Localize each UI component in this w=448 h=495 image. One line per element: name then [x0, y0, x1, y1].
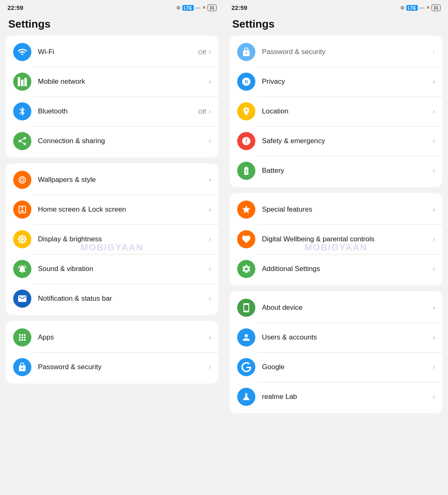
password-security-icon-circle [13, 358, 31, 376]
card-privacy-safety: Password & security › Privacy › Lo [230, 35, 442, 187]
status-icons-right: ⚙ LTE — ✕ 31 [400, 5, 441, 11]
users-accounts-chevron: › [433, 334, 435, 341]
settings-item-users-accounts[interactable]: Users & accounts › [230, 323, 442, 352]
connection-sharing-icon-circle [13, 132, 31, 150]
users-accounts-icon-circle [237, 328, 255, 346]
settings-item-privacy[interactable]: Privacy › [230, 67, 442, 97]
settings-item-password-security[interactable]: Password & security › [6, 352, 218, 382]
realme-lab-chevron: › [433, 393, 435, 401]
password-security-label: Password & security [38, 363, 209, 371]
settings-list-right: Password & security › Privacy › Lo [224, 35, 448, 495]
about-device-icon-circle [237, 299, 255, 317]
realme-lab-label: realme Lab [262, 393, 433, 401]
location-chevron: › [433, 108, 435, 115]
bluetooth-label: Bluetooth [38, 107, 198, 116]
additional-settings-label: Additional Settings [262, 265, 433, 273]
settings-item-wifi[interactable]: Wi-Fi Off › [6, 37, 218, 67]
location-icon-circle [237, 102, 255, 120]
settings-item-sound[interactable]: Sound & vibration › [6, 254, 218, 284]
safety-emergency-icon-circle [237, 132, 255, 150]
gear-icon-right: ⚙ [400, 5, 405, 11]
privacy-icon [241, 77, 251, 87]
display-brightness-icon [17, 234, 27, 244]
notification-icon [17, 294, 27, 304]
settings-item-apps[interactable]: Apps › [6, 323, 218, 352]
settings-item-digital-wellbeing[interactable]: Digital Wellbeing & parental controls › [230, 224, 442, 254]
location-label: Location [262, 107, 433, 116]
display-brightness-chevron: › [209, 236, 211, 243]
dash-icon-right: — [420, 5, 424, 11]
connection-sharing-chevron: › [209, 137, 211, 145]
card-features: Special features › Digital Wellbeing & p… [230, 193, 442, 285]
privacy-icon-circle [237, 73, 255, 91]
apps-icon-circle [13, 328, 31, 346]
sound-icon [17, 264, 27, 274]
right-panel: MOBIGYAAN 22:59 ⚙ LTE — ✕ 31 Settings [224, 0, 448, 495]
location-icon [241, 106, 251, 116]
battery-x-icon: ✕ [202, 5, 206, 10]
home-screen-icon [17, 205, 27, 214]
additional-settings-chevron: › [433, 265, 435, 273]
special-features-chevron: › [433, 206, 435, 213]
page-title-left: Settings [0, 14, 224, 35]
settings-item-special-features[interactable]: Special features › [230, 195, 442, 224]
wifi-icon-circle [13, 43, 31, 61]
connection-sharing-icon [17, 136, 27, 146]
settings-item-about-device[interactable]: About device › [230, 293, 442, 323]
signal-icon-right: LTE [406, 5, 418, 11]
settings-item-password-security-top[interactable]: Password & security › [230, 37, 442, 67]
sound-label: Sound & vibration [38, 265, 209, 273]
settings-item-mobile-network[interactable]: Mobile network › [6, 67, 218, 97]
settings-item-realme-lab[interactable]: realme Lab › [230, 382, 442, 412]
additional-settings-icon-circle [237, 260, 255, 278]
wifi-label: Wi-Fi [38, 48, 198, 56]
password-security-chevron: › [209, 363, 211, 371]
settings-item-google[interactable]: Google › [230, 352, 442, 382]
privacy-label: Privacy [262, 78, 433, 86]
special-features-icon-circle [237, 200, 255, 219]
realme-lab-icon-circle [237, 388, 255, 406]
settings-item-location[interactable]: Location › [230, 97, 442, 126]
bluetooth-icon-circle [13, 102, 31, 120]
settings-item-display-brightness[interactable]: Display & brightness › [6, 224, 218, 254]
status-bar-left: 22:59 ⚙ LTE — ✕ 31 [0, 0, 224, 14]
home-screen-chevron: › [209, 206, 211, 213]
apps-label: Apps [38, 333, 209, 342]
time-left: 22:59 [7, 4, 23, 11]
digital-wellbeing-icon [241, 234, 251, 244]
wallpapers-chevron: › [209, 176, 211, 184]
notification-icon-circle [13, 290, 31, 308]
status-icons-left: ⚙ LTE — ✕ 31 [176, 5, 217, 11]
battery-indicator-right: 31 [431, 5, 441, 11]
settings-item-battery[interactable]: Battery › [230, 156, 442, 186]
battery-icon-circle [237, 162, 255, 180]
notification-label: Notification & status bar [38, 295, 209, 303]
special-features-icon [241, 205, 251, 214]
sound-icon-circle [13, 260, 31, 278]
settings-item-home-screen[interactable]: Home screen & Lock screen › [6, 195, 218, 224]
settings-item-bluetooth[interactable]: Bluetooth Off › [6, 97, 218, 126]
safety-emergency-chevron: › [433, 137, 435, 145]
additional-settings-icon [241, 264, 251, 274]
about-device-icon [241, 303, 251, 313]
battery-label: Battery [262, 167, 433, 175]
home-screen-label: Home screen & Lock screen [38, 205, 209, 214]
settings-item-notification[interactable]: Notification & status bar › [6, 284, 218, 314]
battery-chevron: › [433, 167, 435, 174]
dash-icon: — [196, 5, 200, 11]
page-title-right: Settings [224, 14, 448, 35]
password-security-top-label: Password & security [262, 48, 433, 56]
google-label: Google [262, 363, 433, 371]
card-connectivity: Wi-Fi Off › Mobile network › [6, 35, 218, 158]
settings-item-wallpapers[interactable]: Wallpapers & style › [6, 165, 218, 195]
settings-item-safety-emergency[interactable]: Safety & emergency › [230, 126, 442, 156]
battery-x-icon-right: ✕ [426, 5, 430, 10]
wallpapers-label: Wallpapers & style [38, 176, 209, 184]
password-security-icon [17, 362, 27, 372]
apps-chevron: › [209, 334, 211, 341]
bluetooth-icon [17, 106, 27, 116]
settings-item-additional-settings[interactable]: Additional Settings › [230, 254, 442, 284]
settings-item-connection-sharing[interactable]: Connection & sharing › [6, 126, 218, 156]
time-right: 22:59 [231, 4, 247, 11]
home-screen-icon-circle [13, 200, 31, 219]
